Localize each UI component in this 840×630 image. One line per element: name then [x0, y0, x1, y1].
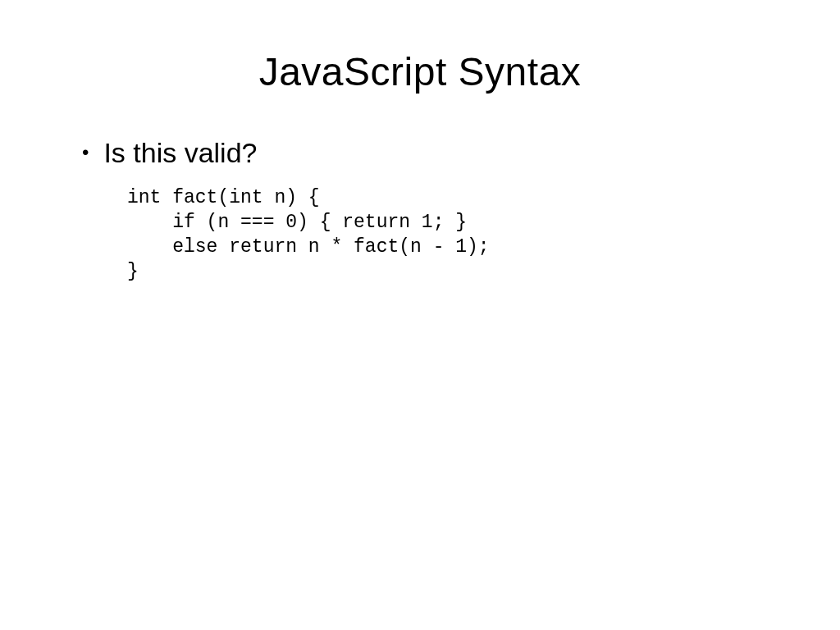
bullet-item: • Is this valid?: [82, 135, 774, 170]
bullet-text: Is this valid?: [103, 135, 257, 170]
slide-title: JavaScript Syntax: [66, 49, 774, 94]
slide: JavaScript Syntax • Is this valid? int f…: [0, 0, 840, 630]
bullet-marker: •: [82, 135, 89, 170]
code-block: int fact(int n) { if (n === 0) { return …: [127, 186, 774, 285]
slide-content: • Is this valid? int fact(int n) { if (n…: [66, 135, 774, 285]
